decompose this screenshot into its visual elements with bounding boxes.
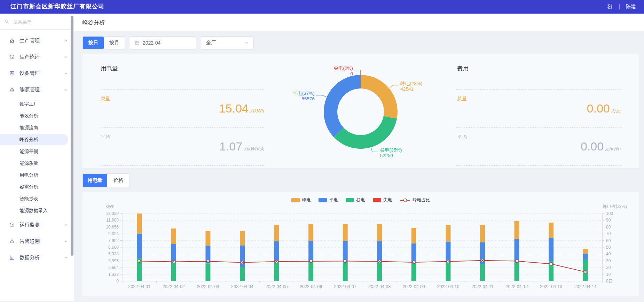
bar-group-2022-04-10[interactable]: [446, 225, 450, 281]
donut-chart: 峰电(28%)42541谷电(35%)52259平电(37%)55576尖电(0…: [279, 54, 442, 168]
legend-item-平电[interactable]: 平电: [319, 197, 338, 203]
bar-group-2022-04-12[interactable]: [515, 221, 519, 281]
donut-slice-0[interactable]: [361, 75, 398, 119]
sidebar-scrollbar[interactable]: [71, 16, 73, 256]
donut-label-2: 平电(37%)55576: [293, 91, 315, 101]
bar-group-2022-04-06[interactable]: [308, 224, 313, 281]
unit-label: 万元: [611, 108, 621, 114]
y-axis-name: kWh: [106, 204, 115, 209]
y2-axis-tick: 70: [606, 231, 611, 236]
sidebar-subitem-2[interactable]: 能源流向: [0, 122, 74, 133]
mode-month-button[interactable]: 按月: [104, 37, 125, 49]
x-axis-label: 2022-04-13: [540, 284, 562, 289]
bar-group-2022-04-08[interactable]: [377, 224, 382, 281]
donut-label-3: 尖电(0%)0: [333, 65, 353, 76]
consumption-summary: 用电量 总量 15.04万kWh 平均 1.07万kWh/天: [86, 54, 279, 168]
sidebar-item-data-analysis[interactable]: 数据分析: [0, 249, 74, 266]
row-label: 总量: [101, 96, 110, 102]
bar-group-2022-04-04[interactable]: [240, 231, 245, 281]
y2-axis-tick: 30: [606, 258, 611, 263]
consumption-average-row: 平均 1.07万kWh/天: [100, 128, 265, 166]
tab-price[interactable]: 价格: [107, 174, 129, 187]
y-axis-tick: 0: [116, 279, 119, 284]
main-panel: 峰谷分析 按日 按月 2022-04 全厂: [74, 14, 644, 301]
sidebar-item-label: 运行监测: [19, 222, 59, 228]
legend-label: 尖电: [384, 197, 392, 203]
y-axis-tick: 6,660: [108, 245, 119, 250]
company-title: 江门市新会区新华胶丝厂有限公司: [10, 2, 104, 10]
x-axis-label: 2022-04-07: [334, 284, 356, 289]
bar-group-2022-04-13[interactable]: [549, 223, 553, 281]
legend-item-峰电[interactable]: 峰电: [291, 197, 311, 203]
mode-day-button[interactable]: 按日: [83, 37, 104, 49]
row-label: 总量: [457, 96, 467, 102]
sidebar-item-label: 数据分析: [19, 254, 59, 261]
sidebar-subitem-9[interactable]: 能源数据录入: [0, 205, 74, 216]
y2-axis-tick: 50: [606, 245, 611, 250]
sidebar-item-production-mgmt[interactable]: 生产管理: [0, 32, 74, 49]
consumption-total-row: 总量 15.04万kWh: [100, 90, 265, 128]
date-picker[interactable]: 2022-04: [130, 36, 196, 49]
x-axis-label: 2022-04-01: [128, 284, 150, 289]
legend-item-谷电[interactable]: 谷电: [346, 197, 365, 203]
x-axis-label: 2022-04-10: [437, 284, 459, 289]
sidebar-subitem-1[interactable]: 能效分析: [0, 110, 74, 122]
legend-swatch: [319, 198, 327, 202]
chevron-down-icon: [244, 40, 249, 45]
donut-slice-2[interactable]: [324, 75, 361, 137]
bar-group-2022-04-01[interactable]: [137, 214, 142, 281]
bar-group-2022-04-03[interactable]: [205, 231, 210, 281]
y2-axis-tick: 80: [606, 225, 611, 230]
search-input[interactable]: [13, 19, 58, 25]
chevron-down-icon: [63, 239, 68, 244]
sidebar-subitem-6[interactable]: 用电分析: [0, 169, 74, 181]
gear-icon[interactable]: ⚙: [607, 3, 613, 10]
sidebar-subitem-8[interactable]: 智能抄表: [0, 193, 74, 204]
y-axis-tick: 7,992: [108, 238, 119, 243]
chart-icon: [9, 255, 15, 261]
sidebar-item-alarm-trace[interactable]: 告警追溯: [0, 233, 74, 249]
bar-group-2022-04-09[interactable]: [411, 228, 416, 281]
sidebar-item-runtime-monitor[interactable]: 运行监测: [0, 217, 74, 233]
bar-group-2022-04-05[interactable]: [274, 225, 279, 281]
y2-axis-tick: 20: [606, 265, 611, 270]
sidebar-subitem-7[interactable]: 容需分析: [0, 181, 74, 193]
topbar-divider: [619, 4, 620, 9]
sidebar-subitem-5[interactable]: 能源质量: [0, 157, 74, 169]
sidebar-subitem-0[interactable]: 数字工厂: [0, 98, 74, 110]
bar-group-2022-04-02[interactable]: [171, 229, 176, 281]
unit-label: 万kWh/天: [243, 146, 264, 152]
unit-label: 元/kWh: [605, 146, 621, 152]
ratio-line[interactable]: [138, 259, 587, 273]
chevron-down-icon: [63, 38, 68, 43]
scope-select[interactable]: 全厂: [201, 36, 254, 49]
warning-icon: [9, 238, 15, 244]
donut-slice-1[interactable]: [334, 116, 397, 149]
y2-axis-tick: 40: [606, 251, 611, 256]
sidebar-item-label: 生产管理: [19, 37, 59, 44]
y-axis-tick: 9,324: [108, 231, 119, 236]
bar-group-2022-04-11[interactable]: [480, 225, 485, 281]
legend-swatch: [291, 198, 300, 202]
x-axis-label: 2022-04-14: [574, 284, 597, 289]
chevron-up-icon: [63, 87, 68, 92]
bar-group-2022-04-07[interactable]: [343, 224, 348, 281]
y2-axis-tick: 100: [606, 211, 613, 216]
sidebar-item-energy-mgmt[interactable]: 能源管理: [0, 82, 74, 98]
summary-card: 用电量 总量 15.04万kWh 平均 1.07万kWh/天 峰电(28%)42…: [83, 54, 639, 168]
sidebar-menu: 生产管理生产统计设备管理能源管理数字工厂能效分析能源流向峰谷分析能源平衡能源质量…: [0, 30, 74, 266]
cost-summary: 费用 总量 0.00万元 平均 0.00元/kWh: [442, 54, 635, 168]
row-label: 平均: [101, 134, 110, 140]
username[interactable]: 陈建: [626, 3, 636, 10]
sidebar-item-production-stats[interactable]: 生产统计: [0, 49, 74, 65]
consumption-total-value: 15.04: [219, 102, 249, 115]
legend-item-尖电[interactable]: 尖电: [373, 197, 392, 203]
sidebar-subitem-4[interactable]: 能源平衡: [0, 146, 74, 157]
bar-group-2022-04-14[interactable]: [583, 249, 588, 281]
sidebar-item-device-mgmt[interactable]: 设备管理: [0, 65, 74, 82]
x-axis-label: 2022-04-08: [368, 284, 391, 289]
chart-legend: 峰电平电谷电尖电峰电占比: [92, 197, 630, 203]
tab-consumption[interactable]: 用电量: [83, 174, 107, 187]
legend-item-峰电占比[interactable]: 峰电占比: [400, 197, 430, 203]
sidebar-subitem-3[interactable]: 峰谷分析: [0, 134, 68, 145]
